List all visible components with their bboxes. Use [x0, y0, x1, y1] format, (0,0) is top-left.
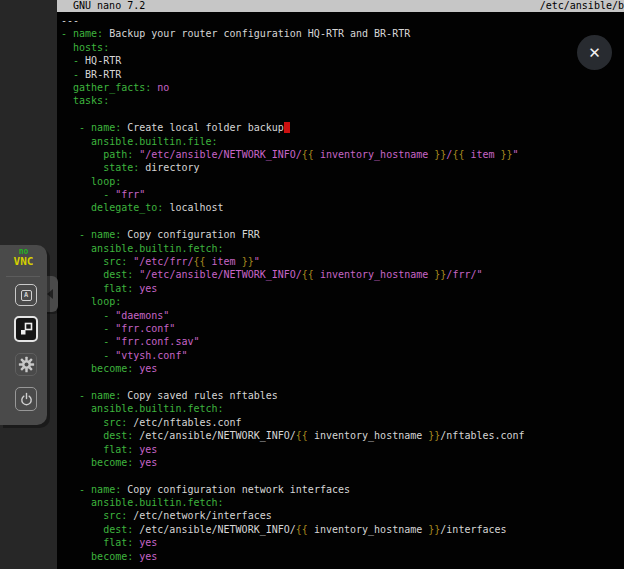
code-line: - "frr.conf" [61, 322, 624, 335]
novnc-sidebar: no VNC A [0, 0, 57, 569]
gear-icon [18, 356, 35, 373]
code-line [61, 469, 624, 482]
keyboard-button[interactable]: A [15, 284, 37, 306]
code-line: loop: [61, 175, 624, 188]
collapse-arrow-icon [47, 289, 53, 299]
novnc-logo: no VNC [0, 248, 47, 267]
code-line: - "vtysh.conf" [61, 349, 624, 362]
code-line: src: /etc/network/interfaces [61, 509, 624, 522]
code-line: - "daemons" [61, 309, 624, 322]
code-line: - BR-RTR [61, 68, 624, 81]
close-icon: ✕ [588, 44, 601, 62]
code-line [61, 376, 624, 389]
code-line: - HQ-RTR [61, 54, 624, 67]
power-icon [19, 392, 34, 407]
close-button[interactable]: ✕ [577, 35, 612, 70]
nano-filename: /etc/ansible/b [540, 0, 624, 12]
code-line: - name: Copy saved rules nftables [61, 389, 624, 402]
nano-app-title: GNU nano 7.2 [73, 0, 145, 12]
code-line: dest: /etc/ansible/NETWORK_INFO/{{ inven… [61, 523, 624, 536]
code-line: flat: yes [61, 282, 624, 295]
power-button[interactable] [15, 387, 37, 411]
novnc-logo-bottom: VNC [0, 256, 47, 267]
code-line: - name: Copy configuration FRR [61, 228, 624, 241]
code-line: src: "/etc/frr/{{ item }}" [61, 255, 624, 268]
settings-button[interactable] [15, 353, 37, 376]
code-line: tasks: [61, 94, 624, 107]
code-line: dest: "/etc/ansible/NETWORK_INFO/{{ inve… [61, 268, 624, 281]
code-line: state: directory [61, 161, 624, 174]
code-line: - name: Copy configuration network inter… [61, 483, 624, 496]
fullscreen-button[interactable] [14, 316, 38, 342]
code-line: hosts: [61, 41, 624, 54]
code-line: become: yes [61, 362, 624, 375]
keyboard-icon: A [21, 290, 32, 301]
code-line: flat: yes [61, 443, 624, 456]
control-bar-divider [6, 276, 40, 277]
terminal-window[interactable]: GNU nano 7.2 /etc/ansible/b ---- name: B… [57, 0, 624, 569]
code-line: flat: yes [61, 536, 624, 549]
code-line: become: yes [61, 550, 624, 563]
code-line: dest: /etc/ansible/NETWORK_INFO/{{ inven… [61, 429, 624, 442]
code-line: ansible.builtin.fetch: [61, 402, 624, 415]
code-line: become: yes [61, 456, 624, 469]
code-line: gather_facts: no [61, 81, 624, 94]
code-line: src: /etc/nftables.conf [61, 416, 624, 429]
code-line: - "frr" [61, 188, 624, 201]
code-line: path: "/etc/ansible/NETWORK_INFO/{{ inve… [61, 148, 624, 161]
code-line: - "frr.conf.sav" [61, 335, 624, 348]
code-line: --- [61, 14, 624, 27]
terminal-content[interactable]: ---- name: Backup your router configurat… [57, 12, 624, 563]
code-line: ansible.builtin.fetch: [61, 242, 624, 255]
text-cursor [284, 122, 290, 133]
nano-titlebar: GNU nano 7.2 /etc/ansible/b [57, 0, 624, 12]
code-line: delegate_to: localhost [61, 201, 624, 214]
code-line: - name: Create local folder backup [61, 121, 624, 134]
novnc-control-bar: no VNC A [0, 245, 47, 425]
code-line: ansible.builtin.fetch: [61, 496, 624, 509]
fullscreen-icon [18, 321, 34, 337]
code-line: ansible.builtin.file: [61, 135, 624, 148]
code-line [61, 108, 624, 121]
code-line: loop: [61, 295, 624, 308]
screen: GNU nano 7.2 /etc/ansible/b ---- name: B… [0, 0, 624, 569]
code-line: - name: Backup your router configuration… [61, 27, 624, 40]
code-line [61, 215, 624, 228]
